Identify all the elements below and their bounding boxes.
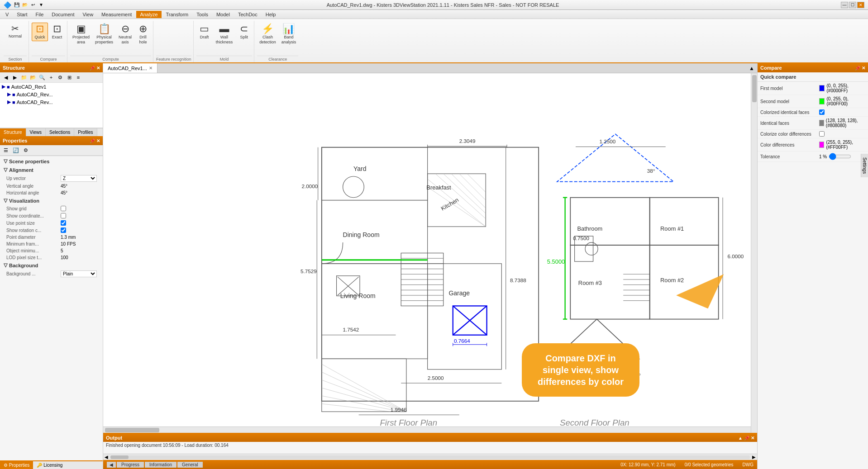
tab-information[interactable]: Information (145, 462, 176, 468)
output-close[interactable]: ✕ (751, 436, 754, 441)
menu-file[interactable]: File (32, 11, 48, 18)
struct-settings[interactable]: ⚙ (56, 73, 64, 81)
alignment-header[interactable]: ▽ Alignment (3, 166, 100, 174)
tab-properties[interactable]: ⚙ Properties (0, 461, 33, 469)
close-button[interactable]: ✕ (857, 2, 864, 8)
ribbon-btn-band[interactable]: 📊 Bandanalysis (279, 23, 299, 46)
menu-analyze[interactable]: Analyze (136, 11, 161, 18)
canvas-tab-close[interactable]: ✕ (149, 66, 153, 71)
prop-icon-1[interactable]: ☰ (2, 146, 10, 154)
canvas-tab-main[interactable]: AutoCAD_Rev1... ✕ (103, 63, 157, 73)
use-point-size-checkbox[interactable] (61, 220, 66, 226)
structure-pin[interactable]: 📌 (90, 66, 95, 71)
show-grid-checkbox[interactable] (61, 206, 66, 211)
ribbon-group-compute: ▣ Projectedarea 📋 Physicalproperties ⊖ N… (68, 21, 153, 62)
structure-close[interactable]: ✕ (96, 66, 100, 71)
tree-item-2[interactable]: ▶ ■ AutoCAD_Rev... (5, 98, 103, 106)
output-scroll-up[interactable]: ▲ (738, 436, 743, 441)
struct-search[interactable]: 🔍 (38, 73, 46, 81)
canvas-scrollbar-h[interactable] (103, 426, 751, 433)
menu-tools[interactable]: Tools (193, 11, 212, 18)
prop-icon-2[interactable]: 🔄 (12, 146, 20, 154)
background-header[interactable]: ▽ Background (3, 261, 100, 270)
dim-17542: 1.7542 (343, 327, 359, 332)
struct-collapse-all[interactable]: 📁 (20, 73, 28, 81)
struct-add[interactable]: + (47, 73, 55, 81)
menu-help[interactable]: Help (262, 11, 280, 18)
up-vector-select[interactable]: Z (61, 175, 97, 182)
first-model-swatch[interactable] (819, 85, 825, 91)
wall-label: Wallthickness (216, 35, 233, 45)
canvas-view[interactable]: Yard Kitchen Breakfast (103, 73, 757, 433)
background-select[interactable]: Plain (61, 270, 97, 277)
status-arrow-left[interactable]: ◀ (107, 462, 116, 468)
ribbon-btn-split[interactable]: ⊂ Split (236, 23, 252, 41)
prop-icon-3[interactable]: ⚙ (22, 146, 30, 154)
menu-document[interactable]: Document (48, 11, 78, 18)
struct-grid[interactable]: ⊞ (65, 73, 73, 81)
colorize-diff-checkbox[interactable] (819, 131, 825, 137)
ribbon-btn-normal[interactable]: ✂ Normal (6, 23, 24, 40)
tab-structure[interactable]: Structure (0, 128, 26, 136)
menu-techdoc[interactable]: TechDoc (234, 11, 261, 18)
ribbon-btn-drill[interactable]: ⊕ Drillhole (135, 23, 151, 46)
maximize-button[interactable]: ☐ (849, 2, 856, 8)
tab-licensing[interactable]: 🔑 Licensing (33, 461, 66, 469)
compare-pin[interactable]: 📌 (855, 66, 860, 71)
ribbon-btn-physical[interactable]: 📋 Physicalproperties (93, 23, 115, 46)
qa-open[interactable]: 📂 (21, 1, 29, 9)
menu-view[interactable]: View (79, 11, 97, 18)
identical-faces-swatch[interactable] (819, 120, 824, 126)
scene-properties-header[interactable]: ▽ Scene properties (3, 157, 100, 166)
tab-progress[interactable]: Progress (117, 462, 144, 468)
canvas-scrollbar-v[interactable] (751, 73, 757, 433)
color-diff-swatch[interactable] (819, 142, 824, 148)
ribbon-btn-quick[interactable]: ⊡ Quick (32, 23, 48, 41)
output-scrollbar[interactable]: ◀ ▶ (103, 454, 757, 460)
ribbon-btn-wall[interactable]: ▬ Wallthickness (214, 23, 235, 46)
menu-bar: V Start File Document View Measurement A… (0, 10, 868, 19)
tab-views[interactable]: Views (26, 128, 46, 136)
ribbon-btn-draft[interactable]: ▭ Draft (196, 23, 213, 41)
struct-expand[interactable]: 📂 (29, 73, 37, 81)
show-rotation-checkbox[interactable] (61, 227, 66, 233)
tolerance-slider[interactable] (829, 153, 851, 160)
settings-side-tab[interactable]: Settings (861, 154, 868, 177)
show-coords-checkbox[interactable] (61, 213, 66, 218)
ribbon-btn-projected[interactable]: ▣ Projectedarea (70, 23, 92, 46)
menu-start[interactable]: Start (13, 11, 31, 18)
second-model-swatch[interactable] (819, 98, 825, 104)
second-model-label: Second model (760, 99, 819, 104)
output-scroll-left[interactable]: ◀ (103, 455, 110, 460)
qa-save[interactable]: 💾 (13, 1, 20, 9)
output-scroll-right[interactable]: ▶ (751, 455, 757, 460)
tree-item-1[interactable]: ▶ ■ AutoCAD_Rev... (5, 90, 103, 98)
tab-selections[interactable]: Selections (46, 128, 74, 136)
tree-item-0[interactable]: ▶ ■ AutoCAD_Rev1 (0, 83, 103, 90)
output-pin[interactable]: 📌 (744, 436, 749, 441)
dim-60000: 6.0000 (728, 253, 744, 259)
struct-back[interactable]: ◀ (2, 73, 10, 81)
properties-pin[interactable]: 📌 (90, 138, 95, 143)
ribbon-btn-neutral[interactable]: ⊖ Neutralaxis (116, 23, 134, 46)
qa-dropdown[interactable]: ▼ (38, 1, 45, 9)
compare-close[interactable]: ✕ (862, 66, 865, 71)
tab-profiles[interactable]: Profiles (74, 128, 97, 136)
split-icon: ⊂ (240, 24, 248, 34)
struct-list[interactable]: ≡ (74, 73, 82, 81)
canvas-nav-up[interactable]: ▲ (746, 64, 757, 72)
tab-general[interactable]: General (177, 462, 203, 468)
ribbon-btn-clash[interactable]: ⚡ Clashdetection (257, 23, 278, 46)
struct-forward[interactable]: ▶ (11, 73, 19, 81)
minimize-button[interactable]: — (841, 2, 848, 8)
qa-undo[interactable]: ↩ (29, 1, 37, 9)
menu-transform[interactable]: Transform (162, 11, 192, 18)
ribbon-btn-exact[interactable]: ⊡ Exact (49, 23, 65, 41)
menu-measurement[interactable]: Measurement (98, 11, 135, 18)
menu-v[interactable]: V (2, 11, 12, 18)
colorized-identical-checkbox[interactable] (819, 109, 825, 115)
menu-model[interactable]: Model (213, 11, 234, 18)
properties-close[interactable]: ✕ (96, 138, 100, 143)
visualization-header[interactable]: ▽ Visualization (3, 196, 100, 205)
dining-label: Dining Room (343, 231, 380, 238)
